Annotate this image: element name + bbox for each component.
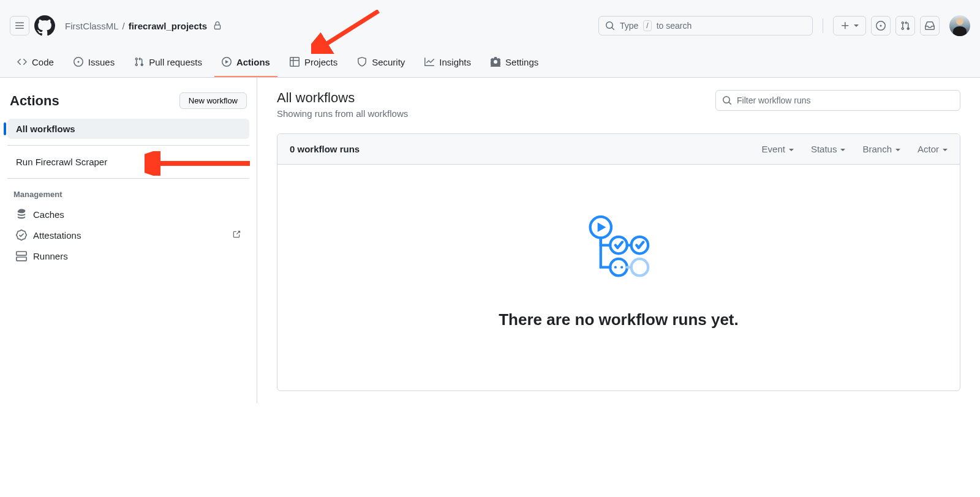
tab-code-label: Code [32,57,54,67]
tab-insights[interactable]: Insights [417,48,478,77]
topbar: FirstClassML / firecrawl_projects Type /… [0,0,980,78]
tab-settings-label: Settings [505,57,538,67]
page-subtitle: Showing runs from all workflows [277,108,408,119]
hamburger-icon [15,21,24,31]
breadcrumb-repo[interactable]: firecrawl_projects [129,21,207,31]
tab-insights-label: Insights [439,57,471,67]
empty-title: There are no workflow runs yet. [499,310,739,329]
svg-point-7 [620,266,623,269]
code-icon [17,57,27,67]
divider [823,18,823,33]
inbox-icon [925,21,935,31]
server-icon [16,250,27,261]
database-icon [16,209,27,220]
tab-projects[interactable]: Projects [282,48,345,77]
tab-security[interactable]: Security [350,48,412,77]
new-workflow-button[interactable]: New workflow [179,92,247,109]
sidebar-item-caches[interactable]: Caches [7,204,249,225]
sidebar-item-all-workflows[interactable]: All workflows [7,119,249,139]
divider [7,145,249,146]
gear-icon [491,57,500,67]
svg-point-8 [631,259,649,276]
plus-icon [840,21,850,31]
sidebar-item-label: All workflows [16,124,75,134]
search-icon [722,95,732,105]
main: All workflows Showing runs from all work… [257,78,980,403]
play-icon [222,57,232,67]
tab-projects-label: Projects [304,57,337,67]
filter-placeholder: Filter workflow runs [737,95,811,105]
filter-event[interactable]: Event [762,144,794,154]
repo-nav: Code Issues Pull requests Actions Projec… [10,48,970,77]
filter-branch[interactable]: Branch [862,144,900,154]
pr-icon [134,57,144,67]
sidebar-item-workflow[interactable]: Run Firecrawl Scraper [7,152,249,172]
search-icon [605,21,615,31]
main-header: All workflows Showing runs from all work… [277,90,960,119]
toprow: FirstClassML / firecrawl_projects Type /… [10,10,970,42]
sidebar-item-label: Caches [33,209,64,220]
tab-security-label: Security [372,57,405,67]
layout: Actions New workflow All workflows Run F… [0,78,980,403]
issue-dot-icon [876,21,886,31]
issues-button[interactable] [871,16,891,36]
sidebar: Actions New workflow All workflows Run F… [0,78,257,403]
filter-label: Branch [862,144,892,154]
caret-down-icon [943,149,948,151]
divider [7,178,249,179]
issue-icon [74,57,83,67]
filter-label: Actor [918,144,939,154]
breadcrumb-owner[interactable]: FirstClassML [65,21,119,31]
sidebar-item-label: Runners [33,251,68,261]
menu-button[interactable] [10,16,29,36]
runs-panel: 0 workflow runs Event Status Branch Acto… [277,133,960,391]
lock-icon [213,21,223,31]
workflow-illustration-icon [585,214,652,281]
breadcrumb: FirstClassML / firecrawl_projects [65,21,223,31]
sidebar-header: Actions New workflow [5,88,252,119]
caret-down-icon [854,24,859,27]
filter-label: Event [762,144,785,154]
table-icon [290,57,300,67]
tab-settings[interactable]: Settings [483,48,546,77]
tab-code[interactable]: Code [10,48,61,77]
sidebar-item-label: Attestations [33,230,81,241]
tab-issues-label: Issues [88,57,115,67]
github-mark-icon [34,15,55,36]
search-input[interactable]: Type / to search [598,16,813,36]
sidebar-item-label: Run Firecrawl Scraper [16,157,107,167]
empty-state: There are no workflow runs yet. [277,165,960,390]
sidebar-item-runners[interactable]: Runners [7,245,249,266]
filter-label: Status [811,144,837,154]
runs-header: 0 workflow runs Event Status Branch Acto… [277,134,960,165]
tab-issues[interactable]: Issues [66,48,122,77]
svg-point-6 [614,266,617,269]
avatar[interactable] [949,15,970,36]
svg-point-5 [610,259,627,276]
caret-down-icon [895,149,900,151]
tab-actions[interactable]: Actions [214,48,277,77]
git-pull-request-icon [900,21,910,31]
create-new-button[interactable] [833,16,866,36]
search-prefix: Type [620,21,638,31]
search-key: / [643,20,651,31]
page-title: All workflows [277,90,408,106]
runs-filters: Event Status Branch Actor [762,144,948,154]
tab-pulls-label: Pull requests [149,57,202,67]
verified-icon [16,230,27,241]
pulls-button[interactable] [895,16,915,36]
filter-runs-input[interactable]: Filter workflow runs [715,90,960,111]
github-logo[interactable] [34,15,55,36]
filter-status[interactable]: Status [811,144,846,154]
inbox-button[interactable] [920,16,940,36]
sidebar-item-attestations[interactable]: Attestations [7,225,249,245]
caret-down-icon [789,149,794,151]
tab-pulls[interactable]: Pull requests [127,48,209,77]
sidebar-title: Actions [10,93,59,109]
search-suffix: to search [657,21,692,31]
external-link-icon [232,230,241,241]
filter-actor[interactable]: Actor [918,144,948,154]
caret-down-icon [840,149,845,151]
runs-count: 0 workflow runs [290,144,360,154]
shield-icon [357,57,367,67]
